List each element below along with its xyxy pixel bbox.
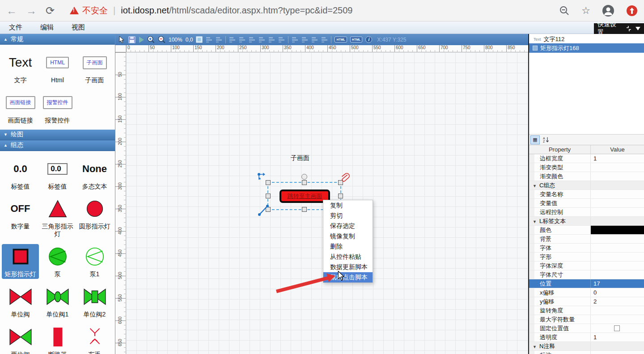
property-row[interactable]: 颜色 bbox=[529, 226, 644, 235]
context-menu-item[interactable]: 镜像复制 bbox=[323, 231, 373, 241]
palette-item[interactable]: 车手 bbox=[76, 324, 113, 354]
property-row[interactable]: 字体深度 bbox=[529, 261, 644, 270]
property-value[interactable]: 0 bbox=[591, 288, 644, 297]
property-value[interactable] bbox=[591, 244, 644, 252]
property-value[interactable] bbox=[591, 199, 644, 207]
resize-handle-w[interactable] bbox=[266, 194, 271, 198]
chevron-down-icon[interactable] bbox=[636, 27, 640, 30]
context-menu-item[interactable]: 剪切 bbox=[323, 211, 373, 221]
property-row[interactable]: 远程控制 bbox=[529, 208, 644, 217]
menu-item[interactable]: 文件 bbox=[0, 23, 31, 32]
palette-section-header[interactable]: ▼绘图 bbox=[0, 130, 115, 140]
paperclip-icon[interactable] bbox=[339, 173, 350, 184]
palette-item[interactable]: OFF数字量 bbox=[2, 196, 39, 239]
palette-item[interactable]: 单位阀 bbox=[2, 284, 39, 319]
property-row[interactable]: 旋转角度 bbox=[529, 306, 644, 315]
property-row[interactable]: 变量名称 bbox=[529, 190, 644, 199]
property-value[interactable] bbox=[591, 208, 644, 216]
property-value[interactable] bbox=[591, 324, 644, 333]
property-value[interactable] bbox=[591, 172, 644, 181]
property-row[interactable]: ▼N注释 bbox=[529, 342, 644, 351]
property-value[interactable] bbox=[591, 351, 644, 354]
palette-item[interactable]: HTMLHtml bbox=[39, 50, 76, 85]
html-export-icon[interactable]: HTML bbox=[335, 37, 347, 42]
palette-item[interactable]: 泵 bbox=[39, 244, 76, 279]
object-list-item[interactable]: 矩形指示灯168 bbox=[529, 43, 644, 53]
palette-item[interactable]: Text文字 bbox=[2, 50, 39, 85]
menu-item[interactable]: 视图 bbox=[63, 23, 94, 32]
property-row[interactable]: 字形 bbox=[529, 253, 644, 261]
resize-handle-n[interactable] bbox=[302, 180, 307, 185]
property-value[interactable] bbox=[591, 261, 644, 270]
zoom-in-icon[interactable] bbox=[147, 36, 155, 43]
update-browser-icon[interactable] bbox=[626, 5, 638, 17]
palette-item[interactable]: 子画面子画面 bbox=[76, 50, 113, 85]
security-warning-icon[interactable] bbox=[70, 7, 79, 14]
property-value[interactable]: 17 bbox=[591, 279, 644, 288]
property-row[interactable]: 位置17 bbox=[529, 279, 644, 288]
palette-section-header[interactable]: ▲常规 bbox=[0, 34, 115, 45]
property-row[interactable]: 字体尺寸 bbox=[529, 270, 644, 279]
context-menu-item[interactable]: 鼠标点击脚本 bbox=[323, 272, 373, 282]
palette-item[interactable]: 圆形指示灯 bbox=[76, 196, 113, 239]
zoom-out-page-icon[interactable] bbox=[559, 5, 570, 16]
property-row[interactable]: 标注 bbox=[529, 351, 644, 354]
run-icon[interactable] bbox=[139, 37, 144, 43]
html-preview-icon[interactable]: HTML bbox=[350, 37, 362, 42]
property-value[interactable] bbox=[591, 253, 644, 261]
property-row[interactable]: 变量值 bbox=[529, 199, 644, 208]
palette-item[interactable]: 泵1 bbox=[76, 244, 113, 279]
property-value[interactable] bbox=[591, 342, 644, 350]
property-row[interactable]: x偏移0 bbox=[529, 288, 644, 297]
object-list-item[interactable]: Text文字112 bbox=[529, 35, 644, 43]
property-row[interactable]: 最大字符数量 bbox=[529, 315, 644, 324]
resize-handle-e[interactable] bbox=[338, 194, 343, 198]
property-row[interactable]: 透明度1 bbox=[529, 333, 644, 342]
categorized-view-button[interactable]: ▦ bbox=[530, 135, 540, 144]
property-row[interactable]: 固定位置值 bbox=[529, 324, 644, 333]
property-value[interactable] bbox=[591, 190, 644, 198]
property-value[interactable] bbox=[591, 235, 644, 243]
profile-avatar-icon[interactable] bbox=[602, 4, 614, 17]
link-anchor-icon[interactable] bbox=[257, 172, 267, 183]
context-menu-item[interactable]: 数据更新脚本 bbox=[323, 262, 373, 272]
back-icon[interactable]: ← bbox=[6, 5, 17, 16]
rotate-handle[interactable] bbox=[301, 174, 307, 180]
info-icon[interactable]: i bbox=[365, 36, 372, 43]
palette-item[interactable]: 0.0标签值 bbox=[2, 156, 39, 191]
property-value[interactable]: 1 bbox=[591, 333, 644, 341]
context-menu-item[interactable]: 从控件粘贴 bbox=[323, 252, 373, 262]
palette-item[interactable]: 单位阀1 bbox=[39, 284, 76, 319]
property-value[interactable] bbox=[591, 315, 644, 324]
property-row[interactable]: ▼L标签文本 bbox=[529, 217, 644, 226]
security-warning-label[interactable]: 不安全 bbox=[82, 5, 108, 17]
resize-handle-s[interactable] bbox=[302, 207, 307, 212]
palette-section-header[interactable]: ▲组态 bbox=[0, 140, 115, 151]
menu-item[interactable]: 编辑 bbox=[31, 23, 63, 32]
palette-item[interactable]: 两位阀 bbox=[2, 324, 39, 354]
property-value[interactable] bbox=[591, 306, 644, 315]
property-row[interactable]: 字体 bbox=[529, 244, 644, 253]
property-value[interactable] bbox=[591, 270, 644, 279]
context-menu-item[interactable]: 复制 bbox=[323, 200, 373, 211]
palette-item[interactable]: 矩形指示灯 bbox=[2, 244, 39, 279]
bookmark-star-icon[interactable]: ☆ bbox=[581, 5, 590, 17]
zoom-out-icon[interactable] bbox=[158, 36, 165, 43]
property-row[interactable]: 边框宽度1 bbox=[529, 154, 644, 163]
property-value[interactable]: 2 bbox=[591, 297, 644, 306]
context-menu-item[interactable]: 删除 bbox=[323, 241, 373, 252]
property-row[interactable]: 背景 bbox=[529, 235, 644, 244]
canvas-size-icon[interactable] bbox=[196, 36, 203, 43]
design-canvas[interactable]: 子画面 跳转至主画面 复制剪切保存选定 bbox=[126, 52, 528, 354]
palette-item[interactable]: 画面链接画面链接 bbox=[2, 90, 39, 125]
reload-icon[interactable]: ⟳ bbox=[46, 5, 55, 16]
palette-item[interactable]: None多态文本 bbox=[76, 156, 113, 191]
forward-icon[interactable]: → bbox=[26, 5, 37, 16]
sort-alpha-button[interactable]: AZ bbox=[541, 135, 551, 144]
property-value[interactable]: 1 bbox=[591, 154, 644, 163]
address-bar[interactable]: iot.idosp.net/html/scada/editor.aspx.htm… bbox=[121, 5, 352, 16]
checkbox[interactable] bbox=[614, 325, 620, 331]
line-draw-handle-icon[interactable] bbox=[257, 204, 270, 217]
property-row[interactable]: ▼C组态 bbox=[529, 181, 644, 190]
palette-item[interactable]: 单位阀2 bbox=[76, 284, 113, 319]
